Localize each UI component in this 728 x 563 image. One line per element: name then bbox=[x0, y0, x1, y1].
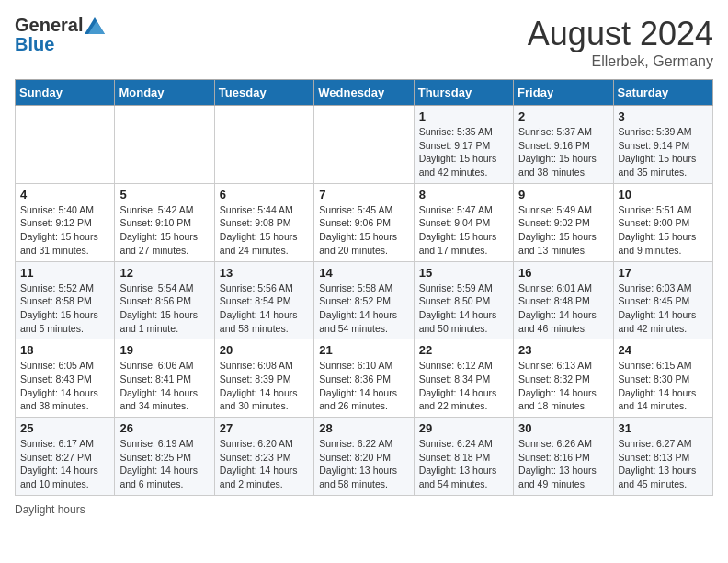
table-row: 19Sunrise: 6:06 AM Sunset: 8:41 PM Dayli… bbox=[115, 339, 214, 418]
day-number: 24 bbox=[619, 343, 708, 357]
day-info: Sunrise: 6:03 AM Sunset: 8:45 PM Dayligh… bbox=[619, 282, 708, 336]
day-number: 8 bbox=[419, 188, 508, 201]
day-number: 17 bbox=[619, 266, 708, 280]
logo-general-text: General bbox=[15, 15, 83, 36]
day-info: Sunrise: 5:59 AM Sunset: 8:50 PM Dayligh… bbox=[419, 282, 508, 336]
table-row: 14Sunrise: 5:58 AM Sunset: 8:52 PM Dayli… bbox=[314, 261, 414, 339]
table-row bbox=[16, 106, 115, 184]
day-number: 30 bbox=[518, 421, 608, 435]
day-number: 29 bbox=[419, 421, 508, 435]
day-info: Sunrise: 5:47 AM Sunset: 9:04 PM Dayligh… bbox=[419, 203, 508, 258]
table-row: 23Sunrise: 6:13 AM Sunset: 8:32 PM Dayli… bbox=[514, 339, 613, 418]
day-info: Sunrise: 6:26 AM Sunset: 8:16 PM Dayligh… bbox=[518, 437, 608, 491]
day-info: Sunrise: 5:44 AM Sunset: 9:08 PM Dayligh… bbox=[220, 203, 309, 258]
day-number: 6 bbox=[220, 188, 309, 201]
day-info: Sunrise: 5:56 AM Sunset: 8:54 PM Dayligh… bbox=[220, 282, 309, 336]
table-row: 5Sunrise: 5:42 AM Sunset: 9:10 PM Daylig… bbox=[115, 183, 214, 261]
day-info: Sunrise: 6:08 AM Sunset: 8:39 PM Dayligh… bbox=[220, 359, 309, 413]
day-number: 12 bbox=[119, 266, 209, 280]
day-number: 25 bbox=[20, 421, 109, 435]
col-tuesday: Tuesday bbox=[214, 80, 313, 106]
day-number: 31 bbox=[619, 421, 708, 435]
table-row: 8Sunrise: 5:47 AM Sunset: 9:04 PM Daylig… bbox=[414, 183, 513, 261]
footer-note: Daylight hours bbox=[15, 503, 713, 516]
table-row bbox=[214, 106, 313, 184]
col-wednesday: Wednesday bbox=[314, 80, 414, 106]
day-number: 4 bbox=[20, 188, 109, 201]
table-row: 12Sunrise: 5:54 AM Sunset: 8:56 PM Dayli… bbox=[115, 261, 214, 339]
day-info: Sunrise: 5:51 AM Sunset: 9:00 PM Dayligh… bbox=[619, 203, 708, 258]
day-info: Sunrise: 5:49 AM Sunset: 9:02 PM Dayligh… bbox=[518, 203, 608, 258]
table-row bbox=[314, 106, 414, 184]
table-row: 27Sunrise: 6:20 AM Sunset: 8:23 PM Dayli… bbox=[214, 418, 313, 496]
day-info: Sunrise: 6:01 AM Sunset: 8:48 PM Dayligh… bbox=[518, 282, 608, 336]
day-number: 28 bbox=[319, 421, 408, 435]
table-row: 15Sunrise: 5:59 AM Sunset: 8:50 PM Dayli… bbox=[414, 261, 513, 339]
day-number: 1 bbox=[419, 109, 508, 123]
day-info: Sunrise: 6:05 AM Sunset: 8:43 PM Dayligh… bbox=[20, 359, 109, 413]
day-info: Sunrise: 5:45 AM Sunset: 9:06 PM Dayligh… bbox=[319, 203, 408, 258]
day-number: 21 bbox=[319, 343, 408, 357]
table-row bbox=[115, 106, 214, 184]
table-row: 1Sunrise: 5:35 AM Sunset: 9:17 PM Daylig… bbox=[414, 106, 513, 184]
day-info: Sunrise: 6:20 AM Sunset: 8:23 PM Dayligh… bbox=[220, 437, 309, 491]
day-info: Sunrise: 5:35 AM Sunset: 9:17 PM Dayligh… bbox=[419, 125, 508, 179]
table-row: 24Sunrise: 6:15 AM Sunset: 8:30 PM Dayli… bbox=[613, 339, 712, 418]
table-row: 13Sunrise: 5:56 AM Sunset: 8:54 PM Dayli… bbox=[214, 261, 313, 339]
day-info: Sunrise: 5:39 AM Sunset: 9:14 PM Dayligh… bbox=[619, 125, 708, 179]
daylight-label: Daylight hours bbox=[15, 503, 85, 516]
day-number: 9 bbox=[518, 188, 608, 201]
table-row: 11Sunrise: 5:52 AM Sunset: 8:58 PM Dayli… bbox=[16, 261, 115, 339]
table-row: 2Sunrise: 5:37 AM Sunset: 9:16 PM Daylig… bbox=[514, 106, 613, 184]
calendar-week-4: 18Sunrise: 6:05 AM Sunset: 8:43 PM Dayli… bbox=[16, 339, 713, 418]
table-row: 10Sunrise: 5:51 AM Sunset: 9:00 PM Dayli… bbox=[613, 183, 712, 261]
day-info: Sunrise: 5:54 AM Sunset: 8:56 PM Dayligh… bbox=[119, 282, 209, 336]
table-row: 17Sunrise: 6:03 AM Sunset: 8:45 PM Dayli… bbox=[613, 261, 712, 339]
logo: General Blue bbox=[15, 15, 105, 55]
day-number: 14 bbox=[319, 266, 408, 280]
calendar-week-1: 1Sunrise: 5:35 AM Sunset: 9:17 PM Daylig… bbox=[16, 106, 713, 184]
day-number: 19 bbox=[119, 343, 209, 357]
calendar-week-2: 4Sunrise: 5:40 AM Sunset: 9:12 PM Daylig… bbox=[16, 183, 713, 261]
calendar-header-row: Sunday Monday Tuesday Wednesday Thursday… bbox=[16, 80, 713, 106]
day-info: Sunrise: 6:22 AM Sunset: 8:20 PM Dayligh… bbox=[319, 437, 408, 491]
day-info: Sunrise: 6:24 AM Sunset: 8:18 PM Dayligh… bbox=[419, 437, 508, 491]
logo-icon bbox=[85, 17, 105, 34]
day-info: Sunrise: 5:37 AM Sunset: 9:16 PM Dayligh… bbox=[518, 125, 608, 179]
day-info: Sunrise: 5:42 AM Sunset: 9:10 PM Dayligh… bbox=[119, 203, 209, 258]
col-monday: Monday bbox=[115, 80, 214, 106]
day-number: 22 bbox=[419, 343, 508, 357]
table-row: 20Sunrise: 6:08 AM Sunset: 8:39 PM Dayli… bbox=[214, 339, 313, 418]
day-number: 23 bbox=[518, 343, 608, 357]
day-info: Sunrise: 5:52 AM Sunset: 8:58 PM Dayligh… bbox=[20, 282, 109, 336]
table-row: 16Sunrise: 6:01 AM Sunset: 8:48 PM Dayli… bbox=[514, 261, 613, 339]
table-row: 29Sunrise: 6:24 AM Sunset: 8:18 PM Dayli… bbox=[414, 418, 513, 496]
page-header: General Blue August 2024 Ellerbek, Germa… bbox=[15, 15, 713, 70]
table-row: 6Sunrise: 5:44 AM Sunset: 9:08 PM Daylig… bbox=[214, 183, 313, 261]
day-number: 26 bbox=[119, 421, 209, 435]
table-row: 3Sunrise: 5:39 AM Sunset: 9:14 PM Daylig… bbox=[613, 106, 712, 184]
calendar-week-5: 25Sunrise: 6:17 AM Sunset: 8:27 PM Dayli… bbox=[16, 418, 713, 496]
day-number: 13 bbox=[220, 266, 309, 280]
col-sunday: Sunday bbox=[16, 80, 115, 106]
day-number: 15 bbox=[419, 266, 508, 280]
calendar-table: Sunday Monday Tuesday Wednesday Thursday… bbox=[15, 79, 713, 496]
month-year: August 2024 bbox=[528, 15, 713, 53]
table-row: 30Sunrise: 6:26 AM Sunset: 8:16 PM Dayli… bbox=[514, 418, 613, 496]
day-number: 7 bbox=[319, 188, 408, 201]
day-number: 2 bbox=[518, 109, 608, 123]
title-block: August 2024 Ellerbek, Germany bbox=[528, 15, 713, 70]
table-row: 28Sunrise: 6:22 AM Sunset: 8:20 PM Dayli… bbox=[314, 418, 414, 496]
table-row: 4Sunrise: 5:40 AM Sunset: 9:12 PM Daylig… bbox=[16, 183, 115, 261]
day-number: 27 bbox=[220, 421, 309, 435]
col-friday: Friday bbox=[514, 80, 613, 106]
day-info: Sunrise: 6:19 AM Sunset: 8:25 PM Dayligh… bbox=[119, 437, 209, 491]
day-info: Sunrise: 6:27 AM Sunset: 8:13 PM Dayligh… bbox=[619, 437, 708, 491]
day-info: Sunrise: 6:13 AM Sunset: 8:32 PM Dayligh… bbox=[518, 359, 608, 413]
day-info: Sunrise: 6:12 AM Sunset: 8:34 PM Dayligh… bbox=[419, 359, 508, 413]
table-row: 26Sunrise: 6:19 AM Sunset: 8:25 PM Dayli… bbox=[115, 418, 214, 496]
table-row: 9Sunrise: 5:49 AM Sunset: 9:02 PM Daylig… bbox=[514, 183, 613, 261]
table-row: 21Sunrise: 6:10 AM Sunset: 8:36 PM Dayli… bbox=[314, 339, 414, 418]
day-number: 20 bbox=[220, 343, 309, 357]
table-row: 18Sunrise: 6:05 AM Sunset: 8:43 PM Dayli… bbox=[16, 339, 115, 418]
